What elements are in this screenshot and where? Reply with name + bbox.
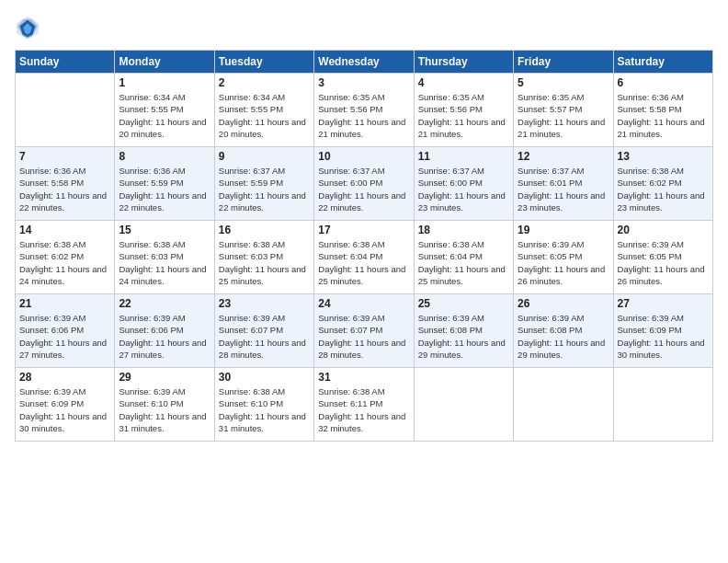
day-number: 1 <box>119 76 210 89</box>
day-info: Sunrise: 6:39 AM Sunset: 6:10 PM Dayligh… <box>119 385 210 434</box>
day-info: Sunrise: 6:38 AM Sunset: 6:10 PM Dayligh… <box>219 385 310 434</box>
day-number: 10 <box>318 150 409 163</box>
day-number: 24 <box>318 297 409 310</box>
day-info: Sunrise: 6:39 AM Sunset: 6:08 PM Dayligh… <box>418 312 509 361</box>
header <box>15 15 713 40</box>
day-info: Sunrise: 6:39 AM Sunset: 6:05 PM Dayligh… <box>518 238 609 287</box>
day-info: Sunrise: 6:34 AM Sunset: 5:55 PM Dayligh… <box>119 91 210 140</box>
calendar-cell: 15Sunrise: 6:38 AM Sunset: 6:03 PM Dayli… <box>115 221 214 294</box>
day-info: Sunrise: 6:39 AM Sunset: 6:06 PM Dayligh… <box>119 312 210 361</box>
calendar-cell: 30Sunrise: 6:38 AM Sunset: 6:10 PM Dayli… <box>214 368 313 442</box>
calendar-cell: 21Sunrise: 6:39 AM Sunset: 6:06 PM Dayli… <box>16 294 115 368</box>
day-number: 3 <box>318 76 409 89</box>
logo-icon <box>15 15 40 40</box>
calendar-cell: 3Sunrise: 6:35 AM Sunset: 5:56 PM Daylig… <box>314 74 414 147</box>
day-number: 30 <box>219 371 310 384</box>
week-row-1: 1Sunrise: 6:34 AM Sunset: 5:55 PM Daylig… <box>16 74 713 147</box>
calendar-cell: 8Sunrise: 6:36 AM Sunset: 5:59 PM Daylig… <box>115 147 214 221</box>
day-info: Sunrise: 6:36 AM Sunset: 5:59 PM Dayligh… <box>119 165 210 213</box>
day-info: Sunrise: 6:36 AM Sunset: 5:58 PM Dayligh… <box>19 165 110 213</box>
day-number: 13 <box>618 150 709 163</box>
calendar-cell: 28Sunrise: 6:39 AM Sunset: 6:09 PM Dayli… <box>16 368 115 442</box>
day-number: 29 <box>119 371 210 384</box>
day-header-friday: Friday <box>514 51 613 74</box>
day-number: 11 <box>418 150 509 163</box>
day-header-tuesday: Tuesday <box>214 51 313 74</box>
day-number: 27 <box>618 297 709 310</box>
day-number: 7 <box>19 150 110 163</box>
day-info: Sunrise: 6:38 AM Sunset: 6:11 PM Dayligh… <box>318 385 409 434</box>
day-info: Sunrise: 6:38 AM Sunset: 6:03 PM Dayligh… <box>119 238 210 287</box>
calendar-cell <box>414 368 513 442</box>
calendar-cell: 19Sunrise: 6:39 AM Sunset: 6:05 PM Dayli… <box>514 221 613 294</box>
day-header-wednesday: Wednesday <box>314 51 414 74</box>
week-row-3: 14Sunrise: 6:38 AM Sunset: 6:02 PM Dayli… <box>16 221 713 294</box>
day-info: Sunrise: 6:39 AM Sunset: 6:07 PM Dayligh… <box>219 312 310 361</box>
calendar-cell: 27Sunrise: 6:39 AM Sunset: 6:09 PM Dayli… <box>613 294 712 368</box>
day-number: 15 <box>119 224 210 236</box>
day-info: Sunrise: 6:38 AM Sunset: 6:03 PM Dayligh… <box>219 238 310 287</box>
calendar-cell: 2Sunrise: 6:34 AM Sunset: 5:55 PM Daylig… <box>214 74 313 147</box>
day-info: Sunrise: 6:39 AM Sunset: 6:06 PM Dayligh… <box>19 312 110 361</box>
day-number: 20 <box>618 224 709 236</box>
calendar-cell: 31Sunrise: 6:38 AM Sunset: 6:11 PM Dayli… <box>314 368 414 442</box>
calendar-cell <box>613 368 712 442</box>
calendar-cell: 13Sunrise: 6:38 AM Sunset: 6:02 PM Dayli… <box>613 147 712 221</box>
calendar-cell: 14Sunrise: 6:38 AM Sunset: 6:02 PM Dayli… <box>16 221 115 294</box>
day-number: 23 <box>219 297 310 310</box>
calendar-cell: 10Sunrise: 6:37 AM Sunset: 6:00 PM Dayli… <box>314 147 414 221</box>
calendar-cell: 7Sunrise: 6:36 AM Sunset: 5:58 PM Daylig… <box>16 147 115 221</box>
header-row: SundayMondayTuesdayWednesdayThursdayFrid… <box>16 51 713 74</box>
calendar-cell: 18Sunrise: 6:38 AM Sunset: 6:04 PM Dayli… <box>414 221 513 294</box>
day-header-monday: Monday <box>115 51 214 74</box>
calendar-cell: 22Sunrise: 6:39 AM Sunset: 6:06 PM Dayli… <box>115 294 214 368</box>
day-info: Sunrise: 6:38 AM Sunset: 6:04 PM Dayligh… <box>418 238 509 287</box>
day-number: 17 <box>318 224 409 236</box>
day-info: Sunrise: 6:38 AM Sunset: 6:02 PM Dayligh… <box>19 238 110 287</box>
day-number: 26 <box>518 297 609 310</box>
day-number: 18 <box>418 224 509 236</box>
calendar-cell: 20Sunrise: 6:39 AM Sunset: 6:05 PM Dayli… <box>613 221 712 294</box>
calendar-cell <box>16 74 115 147</box>
calendar-table: SundayMondayTuesdayWednesdayThursdayFrid… <box>15 50 713 442</box>
day-header-saturday: Saturday <box>613 51 712 74</box>
calendar-cell: 17Sunrise: 6:38 AM Sunset: 6:04 PM Dayli… <box>314 221 414 294</box>
day-info: Sunrise: 6:35 AM Sunset: 5:57 PM Dayligh… <box>518 91 609 140</box>
day-number: 12 <box>518 150 609 163</box>
day-info: Sunrise: 6:35 AM Sunset: 5:56 PM Dayligh… <box>318 91 409 140</box>
day-info: Sunrise: 6:37 AM Sunset: 6:01 PM Dayligh… <box>518 165 609 213</box>
day-info: Sunrise: 6:38 AM Sunset: 6:04 PM Dayligh… <box>318 238 409 287</box>
calendar-cell: 26Sunrise: 6:39 AM Sunset: 6:08 PM Dayli… <box>514 294 613 368</box>
day-info: Sunrise: 6:39 AM Sunset: 6:09 PM Dayligh… <box>19 385 110 434</box>
day-info: Sunrise: 6:35 AM Sunset: 5:56 PM Dayligh… <box>418 91 509 140</box>
calendar-cell: 12Sunrise: 6:37 AM Sunset: 6:01 PM Dayli… <box>514 147 613 221</box>
day-info: Sunrise: 6:37 AM Sunset: 6:00 PM Dayligh… <box>318 165 409 213</box>
day-number: 4 <box>418 76 509 89</box>
calendar-cell: 23Sunrise: 6:39 AM Sunset: 6:07 PM Dayli… <box>214 294 313 368</box>
day-number: 19 <box>518 224 609 236</box>
day-info: Sunrise: 6:34 AM Sunset: 5:55 PM Dayligh… <box>219 91 310 140</box>
calendar-cell <box>514 368 613 442</box>
calendar-cell: 16Sunrise: 6:38 AM Sunset: 6:03 PM Dayli… <box>214 221 313 294</box>
calendar-cell: 24Sunrise: 6:39 AM Sunset: 6:07 PM Dayli… <box>314 294 414 368</box>
day-number: 14 <box>19 224 110 236</box>
day-number: 8 <box>119 150 210 163</box>
logo <box>15 15 42 40</box>
day-info: Sunrise: 6:39 AM Sunset: 6:05 PM Dayligh… <box>618 238 709 287</box>
calendar-cell: 4Sunrise: 6:35 AM Sunset: 5:56 PM Daylig… <box>414 74 513 147</box>
calendar-cell: 1Sunrise: 6:34 AM Sunset: 5:55 PM Daylig… <box>115 74 214 147</box>
day-header-sunday: Sunday <box>16 51 115 74</box>
day-number: 5 <box>518 76 609 89</box>
day-info: Sunrise: 6:37 AM Sunset: 6:00 PM Dayligh… <box>418 165 509 213</box>
page-container: SundayMondayTuesdayWednesdayThursdayFrid… <box>0 0 728 451</box>
calendar-cell: 9Sunrise: 6:37 AM Sunset: 5:59 PM Daylig… <box>214 147 313 221</box>
day-info: Sunrise: 6:39 AM Sunset: 6:09 PM Dayligh… <box>618 312 709 361</box>
day-info: Sunrise: 6:37 AM Sunset: 5:59 PM Dayligh… <box>219 165 310 213</box>
week-row-5: 28Sunrise: 6:39 AM Sunset: 6:09 PM Dayli… <box>16 368 713 442</box>
calendar-cell: 6Sunrise: 6:36 AM Sunset: 5:58 PM Daylig… <box>613 74 712 147</box>
day-number: 31 <box>318 371 409 384</box>
day-number: 16 <box>219 224 310 236</box>
calendar-cell: 5Sunrise: 6:35 AM Sunset: 5:57 PM Daylig… <box>514 74 613 147</box>
day-number: 2 <box>219 76 310 89</box>
day-header-thursday: Thursday <box>414 51 513 74</box>
